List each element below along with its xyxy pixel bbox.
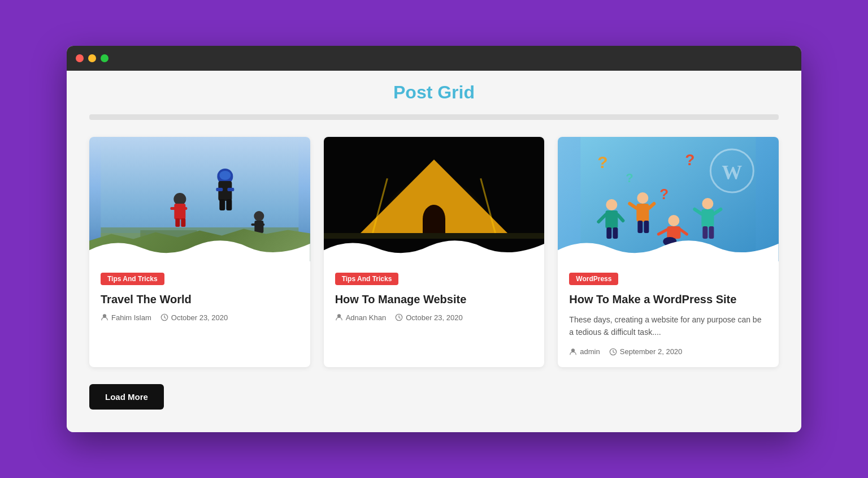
post-title: How To Make a WordPress Site [569,292,767,307]
post-excerpt: These days, creating a website for any p… [569,313,767,339]
svg-point-42 [637,192,649,204]
svg-line-62 [613,352,615,352]
svg-text:W: W [722,161,743,184]
svg-line-28 [399,318,401,318]
svg-rect-9 [219,199,225,210]
author-name: Adnan Khan [346,313,387,322]
minimize-button[interactable] [88,54,96,62]
post-meta: admin September 2, 2020 [569,347,767,356]
divider [89,114,779,120]
card-image [324,137,545,261]
svg-point-36 [606,199,618,210]
svg-point-53 [702,198,714,209]
user-icon [335,313,343,321]
svg-rect-16 [181,218,185,227]
category-badge[interactable]: WordPress [569,273,618,285]
page-title: Post Grid [89,82,779,103]
svg-rect-14 [181,207,187,210]
svg-rect-19 [251,223,255,226]
author-meta: Adnan Khan [335,313,387,322]
load-more-button[interactable]: Load More [89,384,164,410]
svg-text:?: ? [598,153,608,171]
post-grid: Tips And Tricks Travel The World Fahim I… [89,137,779,368]
post-title: How To Manage Website [335,292,533,307]
close-button[interactable] [76,54,84,62]
card-image [89,137,310,261]
user-icon [101,313,108,321]
svg-rect-18 [254,221,263,233]
post-title: Travel The World [101,292,299,307]
svg-point-48 [669,215,680,226]
post-card: Tips And Tricks How To Manage Website Ad… [324,137,545,368]
browser-content: Post Grid [67,71,801,433]
clock-icon [160,313,168,321]
post-date: September 2, 2020 [620,347,683,356]
category-badge[interactable]: Tips And Tricks [335,273,399,285]
card-body: Tips And Tricks Travel The World Fahim I… [89,261,310,333]
card-body: WordPress How To Make a WordPress Site T… [558,261,779,368]
svg-rect-8 [227,188,234,191]
post-meta: Adnan Khan October 23, 2020 [335,313,533,322]
svg-rect-7 [216,188,223,191]
card-body: Tips And Tricks How To Manage Website Ad… [324,261,545,333]
svg-line-24 [164,318,166,318]
svg-text:?: ? [626,171,633,185]
date-meta: September 2, 2020 [609,347,683,356]
author-name: Fahim Islam [111,313,151,322]
svg-point-5 [219,171,231,180]
date-meta: October 23, 2020 [395,313,462,322]
svg-rect-15 [175,218,180,227]
post-meta: Fahim Islam October 23, 2020 [101,313,299,322]
clock-icon [609,348,617,356]
clock-icon [395,313,403,321]
post-card: Tips And Tricks Travel The World Fahim I… [89,137,310,368]
browser-titlebar [67,46,801,71]
svg-text:?: ? [685,151,695,169]
post-card: W ? ? ? ? [558,137,779,368]
svg-rect-46 [638,221,643,233]
card-image: W ? ? ? ? [558,137,779,261]
svg-rect-43 [637,204,649,222]
svg-point-17 [254,211,264,221]
svg-point-11 [173,193,186,205]
post-date: October 23, 2020 [406,313,462,322]
svg-text:?: ? [660,186,669,203]
svg-rect-10 [226,199,232,210]
maximize-button[interactable] [101,54,108,62]
author-meta: Fahim Islam [101,313,151,322]
date-meta: October 23, 2020 [160,313,228,322]
author-meta: admin [569,347,600,356]
svg-rect-12 [174,204,185,219]
browser-window: Post Grid [67,46,801,433]
svg-rect-20 [260,223,264,226]
svg-rect-13 [170,207,176,210]
svg-rect-54 [702,209,714,227]
author-name: admin [580,347,600,356]
svg-rect-37 [606,210,618,229]
svg-rect-47 [644,221,649,233]
user-icon [569,348,577,356]
category-badge[interactable]: Tips And Tricks [101,273,164,285]
post-date: October 23, 2020 [171,313,228,322]
